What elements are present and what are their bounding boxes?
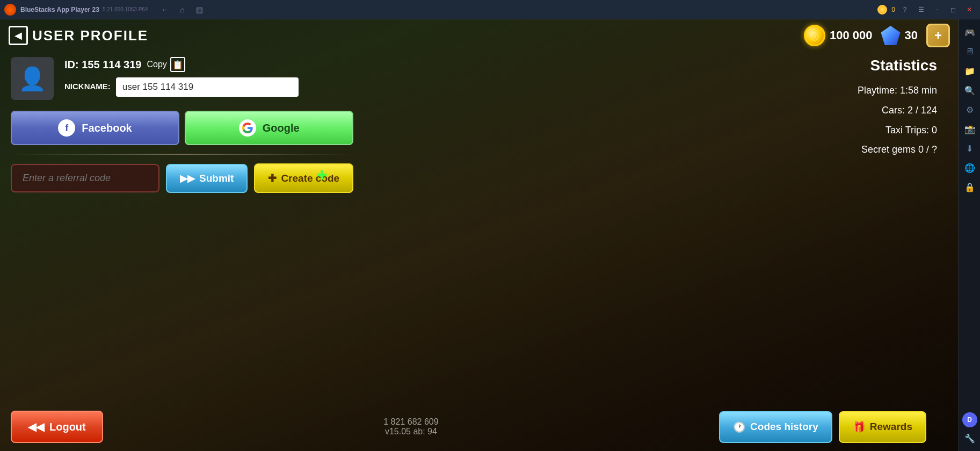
submit-button[interactable]: ▶▶ Submit [166,164,248,193]
codes-history-button[interactable]: 🕐 Codes history [719,411,832,443]
rewards-icon: 🎁 [853,421,866,433]
referral-row: ▶▶ Submit ✚ Create code [11,163,353,193]
bluestacks-logo [4,4,16,16]
game-header: ◀ USER PROFILE 100 000 30 + [0,19,959,52]
bs-coin-display: 0 [877,5,895,15]
bs-close-button[interactable]: ✕ [963,3,976,16]
tabs-nav-button[interactable]: ▦ [193,3,206,16]
back-button[interactable]: ◀ USER PROFILE [9,26,148,45]
logout-button[interactable]: ◀◀ Logout [11,411,103,443]
google-label: Google [263,122,300,134]
back-arrow-symbol: ◀ [14,30,22,41]
app-title: BlueStacks App Player 23 [20,6,99,13]
rewards-label: Rewards [870,421,912,433]
bs-restore-button[interactable]: ◻ [947,3,960,16]
version-text: v15.05 ab: 94 [385,427,437,436]
sidebar-icon-8[interactable]: 🔒 [961,178,978,196]
id-nickname-area: ID: 155 114 319 Copy 📋 NICKNAME: [64,57,353,97]
facebook-label: Facebook [82,122,132,134]
facebook-icon: f [58,119,75,137]
back-arrow-icon: ◀ [9,26,28,45]
gem-display: 30 [881,26,918,45]
player-id: 1 821 682 609 [383,417,438,427]
sidebar-icon-6[interactable]: ⬇ [961,140,978,157]
discord-icon[interactable]: D [962,412,977,427]
copy-button[interactable]: Copy 📋 [147,57,185,72]
statistics-panel: Statistics Playtime: 1:58 min Cars: 2 / … [364,57,948,193]
stats-title: Statistics [364,57,937,74]
sidebar-icon-7[interactable]: 🌐 [961,159,978,176]
google-button[interactable]: Google [185,111,353,145]
coin-display: 100 000 [804,25,873,46]
bottom-bar: ◀◀ Logout 1 821 682 609 v15.05 ab: 94 🕐 … [0,403,937,451]
create-code-icon: ✚ [268,172,277,184]
add-icon: + [934,28,942,43]
game-ui: ◀ USER PROFILE 100 000 30 + 👤 [0,19,959,451]
home-nav-button[interactable]: ⌂ [176,3,189,16]
google-icon [239,119,256,137]
coin-amount: 100 000 [830,28,873,42]
cars-stat: Cars: 2 / 124 [364,103,937,118]
submit-icon: ▶▶ [180,173,195,184]
bottom-right-buttons: 🕐 Codes history 🎁 Rewards [719,411,926,443]
copy-label: Copy [147,60,166,69]
create-code-button[interactable]: ✚ Create code [254,163,353,193]
sidebar-icon-9[interactable]: 🔧 [961,429,978,447]
copy-icon: 📋 [170,57,185,72]
taxi-trips-stat: Taxi Trips: 0 [364,123,937,138]
bs-coin-icon [877,5,887,15]
profile-content: 👤 ID: 155 114 319 Copy 📋 NICKNAME: [0,52,959,198]
app-subtitle: 5.21.650.1063 P64 [103,6,148,12]
playtime-stat: Playtime: 1:58 min [364,83,937,98]
profile-left: 👤 ID: 155 114 319 Copy 📋 NICKNAME: [11,57,353,193]
submit-label: Submit [199,173,234,184]
facebook-button[interactable]: f Facebook [11,111,179,145]
separator [11,154,353,155]
sidebar-icon-3[interactable]: 🔍 [961,82,978,99]
nickname-label: NICKNAME: [64,82,111,91]
social-buttons: f Facebook Google [11,111,353,145]
bs-help-button[interactable]: ? [898,3,911,16]
create-code-label: Create code [281,173,339,184]
sidebar-icon-2[interactable]: 📁 [961,62,978,80]
bs-coin-amount: 0 [891,6,895,13]
bluestacks-bar: BlueStacks App Player 23 5.21.650.1063 P… [0,0,980,19]
bs-right-controls: 0 ? ☰ – ◻ ✕ [877,3,976,16]
codes-history-icon: 🕐 [733,421,746,433]
sidebar-icon-4[interactable]: ⚙ [961,101,978,118]
add-currency-button[interactable]: + [926,24,950,47]
bs-menu-button[interactable]: ☰ [914,3,927,16]
currency-area: 100 000 30 + [804,24,950,47]
logout-label: Logout [49,421,86,433]
referral-input[interactable] [11,164,159,192]
green-plus-icon: ✚ [317,169,326,183]
back-nav-button[interactable]: ← [159,3,172,16]
gem-amount: 30 [905,28,918,42]
sidebar-icon-5[interactable]: 📸 [961,120,978,138]
page-title: USER PROFILE [32,27,148,44]
nickname-input[interactable] [116,77,299,97]
coin-icon [804,25,825,46]
sidebar-icon-1[interactable]: 🖥 [961,43,978,60]
right-sidebar: 🎮 🖥 📁 🔍 ⚙ 📸 ⬇ 🌐 🔒 D 🔧 [959,19,980,451]
codes-history-label: Codes history [750,421,818,433]
bs-minimize-button[interactable]: – [931,3,943,16]
bottom-center: 1 821 682 609 v15.05 ab: 94 [103,417,719,436]
avatar: 👤 [11,57,54,100]
user-id-text: ID: 155 114 319 [64,59,141,71]
secret-gems-stat: Secret gems 0 / ? [364,142,937,158]
logout-icon: ◀◀ [28,420,44,433]
nav-buttons: ← ⌂ ▦ [159,3,206,16]
rewards-button[interactable]: 🎁 Rewards [839,411,926,443]
sidebar-icon-0[interactable]: 🎮 [961,24,978,41]
nickname-row: NICKNAME: [64,77,353,97]
avatar-figure: 👤 [18,66,46,92]
gem-icon [881,26,901,45]
id-row: ID: 155 114 319 Copy 📋 [64,57,353,72]
avatar-row: 👤 ID: 155 114 319 Copy 📋 NICKNAME: [11,57,353,100]
